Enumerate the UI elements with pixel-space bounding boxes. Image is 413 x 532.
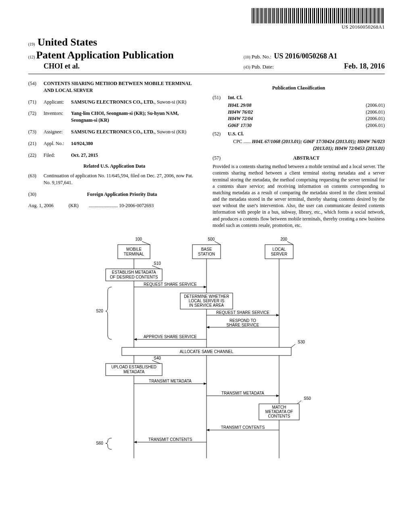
pub-no-prefix: (10)	[244, 55, 250, 59]
barcode-graphic	[252, 8, 385, 23]
svg-line-44	[152, 360, 160, 364]
country-prefix: (19)	[28, 42, 35, 46]
pub-date-label: Pub. Date:	[252, 64, 274, 70]
svg-text:RESPOND TO: RESPOND TO	[229, 318, 256, 323]
classification-heading: Publication Classification	[213, 85, 385, 91]
svg-text:S50: S50	[304, 396, 311, 401]
svg-text:TRANSMIT CONTENTS: TRANSMIT CONTENTS	[148, 437, 192, 442]
pub-type: Patent Application Publication	[36, 49, 174, 61]
svg-text:CONTENTS: CONTENTS	[268, 414, 290, 418]
svg-line-16	[287, 241, 293, 245]
pub-no-label: Pub. No.:	[252, 54, 271, 60]
cpc-prefix: CPC ......	[233, 139, 251, 144]
foreign-num: (30)	[28, 191, 44, 198]
foreign-app-number: ........................ 10-2006-0072693	[89, 203, 200, 209]
uscl-label: U.S. Cl.	[228, 131, 244, 137]
svg-line-6	[142, 241, 150, 245]
assignee-name: SAMSUNG ELECTRONICS CO., LTD.	[71, 129, 154, 135]
invention-title: CONTENTS SHARING METHOD BETWEEN MOBILE T…	[44, 81, 192, 93]
svg-text:REQUEST SHARE SERVICE: REQUEST SHARE SERVICE	[144, 282, 197, 287]
svg-text:METADATA OF: METADATA OF	[265, 409, 293, 414]
svg-text:UPLOAD ESTABLISHED: UPLOAD ESTABLISHED	[111, 365, 156, 369]
svg-text:BASE: BASE	[201, 247, 212, 251]
applicant-label: Applicant:	[44, 99, 71, 106]
abstract-num: (57)	[213, 155, 228, 162]
pub-date-value: Feb. 18, 2016	[344, 62, 385, 71]
pub-no-value: US 2016/0050268 A1	[274, 52, 337, 60]
inventors-names: Yang-lim CHOI, Seongnam-si (KR); Su-hyun…	[71, 110, 179, 123]
svg-text:REQUEST SHARE SERVICE: REQUEST SHARE SERVICE	[216, 310, 269, 315]
related-num: (63)	[28, 172, 44, 186]
svg-text:TRANSMIT METADATA: TRANSMIT METADATA	[221, 391, 264, 395]
svg-text:STATION: STATION	[198, 252, 215, 256]
assignee-label: Assignee:	[44, 129, 71, 135]
title-num: (54)	[28, 80, 44, 94]
related-text: Continuation of application No. 11/645,5…	[44, 172, 200, 186]
filed-value: Oct. 27, 2015	[71, 152, 98, 158]
appl-label: Appl. No.:	[44, 140, 71, 147]
pub-type-prefix: (12)	[28, 55, 35, 59]
svg-line-39	[291, 344, 295, 347]
svg-line-54	[297, 401, 301, 404]
svg-text:S60: S60	[96, 441, 103, 445]
intcl-label: Int. Cl.	[228, 95, 242, 100]
svg-text:SERVER: SERVER	[271, 252, 288, 256]
applicant-loc: , Suwon-si (KR)	[154, 99, 186, 105]
flowchart-diagram: MOBILE TERMINAL 100 BASE STATION 500 LOC…	[81, 237, 332, 462]
svg-text:APPROVE SHARE SERVICE: APPROVE SHARE SERVICE	[144, 335, 197, 339]
svg-text:IN SERVICE AREA: IN SERVICE AREA	[189, 303, 224, 308]
svg-text:S20: S20	[96, 309, 103, 313]
flowchart-svg: MOBILE TERMINAL 100 BASE STATION 500 LOC…	[81, 237, 332, 462]
authors-line: CHOI et al.	[28, 62, 244, 71]
svg-text:DETERMINE WHETHER: DETERMINE WHETHER	[184, 294, 229, 299]
svg-text:100: 100	[135, 237, 142, 241]
foreign-country: (KR)	[69, 203, 89, 209]
svg-text:200: 200	[280, 237, 287, 241]
svg-text:TRANSMIT METADATA: TRANSMIT METADATA	[149, 379, 192, 383]
intcl-num: (51)	[213, 94, 228, 101]
svg-text:ESTABLISH METADATA: ESTABLISH METADATA	[112, 270, 156, 274]
applicant-num: (71)	[28, 99, 44, 106]
svg-line-21	[152, 266, 160, 269]
cpc-codes: H04L 67/1068 (2013.01); G06F 17/30424 (2…	[252, 139, 385, 151]
svg-text:SHARE SERVICE: SHARE SERVICE	[227, 323, 259, 327]
appl-num: (21)	[28, 140, 44, 147]
assignee-num: (73)	[28, 129, 44, 135]
svg-text:MATCH: MATCH	[272, 405, 286, 409]
svg-text:S40: S40	[154, 356, 161, 360]
svg-text:METADATA: METADATA	[123, 370, 145, 374]
document-header: (19) United States (12) Patent Applicati…	[28, 36, 385, 74]
pub-date-prefix: (43)	[244, 65, 250, 69]
svg-text:LOCAL SERVER IS: LOCAL SERVER IS	[189, 299, 225, 303]
barcode-area: US 20160050268A1	[252, 8, 385, 30]
intcl-row: H04W 72/04(2006.01)	[228, 115, 385, 122]
applicant-name: SAMSUNG ELECTRONICS CO., LTD.	[71, 99, 154, 105]
inventors-num: (72)	[28, 110, 44, 124]
barcode-text: US 20160050268A1	[252, 24, 385, 30]
foreign-heading: Foreign Application Priority Data	[87, 191, 157, 197]
inventors-label: Inventors:	[44, 110, 71, 124]
assignee-loc: , Suwon-si (KR)	[154, 129, 186, 135]
abstract-text: Provided is a contents sharing method be…	[213, 163, 385, 229]
abstract-label: ABSTRACT	[293, 155, 319, 161]
filed-num: (22)	[28, 152, 44, 159]
country-name: United States	[38, 36, 97, 48]
intcl-row: H04L 29/08(2006.01)	[228, 102, 385, 109]
svg-text:S30: S30	[298, 340, 305, 344]
related-heading: Related U.S. Application Data	[28, 163, 200, 169]
intcl-row: H04W 76/02(2006.01)	[228, 109, 385, 116]
svg-text:TRANSMIT CONTENTS: TRANSMIT CONTENTS	[221, 425, 265, 430]
appl-value: 14/924,380	[71, 141, 93, 146]
svg-text:ALLOCATE SAME CHANNEL: ALLOCATE SAME CHANNEL	[179, 349, 234, 354]
svg-text:TERMINAL: TERMINAL	[124, 252, 144, 256]
bibliographic-data: (54) CONTENTS SHARING METHOD BETWEEN MOB…	[28, 80, 385, 229]
uscl-num: (52)	[213, 131, 228, 137]
svg-line-11	[215, 241, 221, 245]
svg-text:LOCAL: LOCAL	[273, 247, 286, 251]
svg-text:500: 500	[208, 237, 215, 241]
svg-text:S10: S10	[154, 261, 161, 266]
filed-label: Filed:	[44, 152, 71, 159]
foreign-date: Aug. 1, 2006	[28, 203, 69, 209]
svg-text:OF DESIRED CONTENTS: OF DESIRED CONTENTS	[110, 275, 158, 279]
intcl-row: G06F 17/30(2006.01)	[228, 122, 385, 129]
